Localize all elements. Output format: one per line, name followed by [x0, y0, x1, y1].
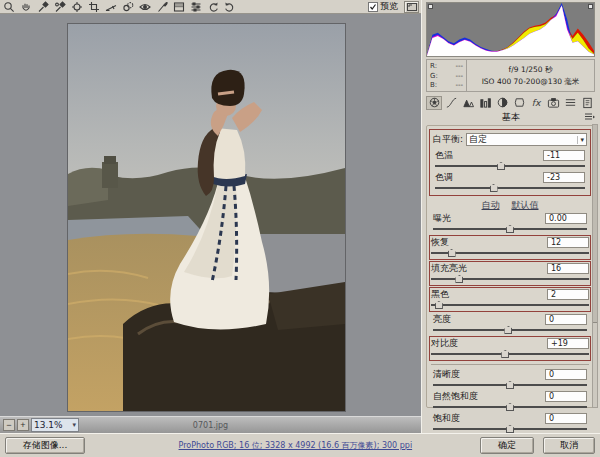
scrollbar-thumb[interactable] [593, 125, 597, 323]
snapshots-tab[interactable] [579, 96, 595, 110]
filename-label: 0701.jpg [193, 421, 228, 430]
contrast-thumb[interactable] [501, 350, 509, 358]
exposure-slider: 曝光0.00 [431, 212, 589, 234]
hsl-grayscale-tab[interactable] [477, 96, 493, 110]
chevron-down-icon: ▾ [577, 136, 584, 144]
preview-toggle[interactable]: 预览 [368, 0, 398, 13]
photo-preview[interactable] [68, 24, 345, 411]
clarity-value-field[interactable]: 0 [545, 369, 587, 380]
targeted-adjustment-tool[interactable] [70, 1, 84, 13]
saturation-thumb[interactable] [506, 425, 514, 433]
temperature-slider: 色温-11 [433, 149, 587, 171]
preferences-tool[interactable] [189, 1, 203, 13]
presets-tab[interactable] [562, 96, 578, 110]
rgb-row: B:--- [430, 81, 463, 89]
recovery-value-field[interactable]: 12 [547, 237, 589, 248]
fullscreen-icon [407, 3, 417, 11]
tint-value-field[interactable]: -23 [543, 172, 585, 183]
fill-light-value-field[interactable]: 16 [547, 263, 589, 274]
photo-image [68, 24, 345, 411]
red-eye-tool[interactable] [138, 1, 152, 13]
panel-scrollbar[interactable] [592, 124, 598, 408]
zoom-out-button[interactable]: − [3, 419, 15, 431]
toggle-fullscreen-button[interactable] [404, 1, 419, 13]
tint-thumb[interactable] [490, 184, 498, 192]
ok-button[interactable]: 确定 [480, 437, 534, 454]
detail-tab[interactable] [460, 96, 476, 110]
white-balance-select[interactable]: 自定 ▾ [466, 133, 587, 146]
vibrance-label: 自然饱和度 [433, 390, 478, 403]
vibrance-value-field[interactable]: 0 [545, 391, 587, 402]
hand-tool[interactable] [19, 1, 33, 13]
save-image-button[interactable]: 存储图像... [5, 437, 85, 454]
workflow-options-link[interactable]: ProPhoto RGB; 16 位; 3328 x 4992 (16.6 百万… [179, 440, 413, 451]
zoom-in-button[interactable]: + [17, 419, 29, 431]
exif-info: R:---G:---B:--- f/9 1/250 秒 ISO 400 70-2… [426, 59, 595, 92]
contrast-track[interactable] [431, 350, 589, 359]
temperature-value-field[interactable]: -11 [543, 150, 585, 161]
blacks-thumb[interactable] [435, 301, 443, 309]
recovery-track[interactable] [431, 249, 589, 258]
lens-corrections-tab[interactable] [511, 96, 527, 110]
default-link[interactable]: 默认值 [512, 199, 539, 212]
temperature-track[interactable] [435, 162, 585, 171]
fill-light-thumb[interactable] [455, 275, 463, 283]
footer-bar: 存储图像... ProPhoto RGB; 16 位; 3328 x 4992 … [0, 433, 600, 457]
brightness-track[interactable] [433, 326, 587, 335]
image-canvas[interactable]: − + 13.1% ▾ 0701.jpg [0, 14, 421, 433]
divider [431, 364, 589, 365]
iso-lens-label: ISO 400 70-200@130 毫米 [482, 77, 580, 87]
camera-raw-dialog: 预览 [0, 0, 600, 457]
clarity-track[interactable] [433, 381, 587, 390]
split-toning-tab[interactable] [494, 96, 510, 110]
exposure-thumb[interactable] [506, 225, 514, 233]
recovery-label: 恢复 [431, 236, 449, 249]
saturation-value-field[interactable]: 0 [545, 413, 587, 424]
tone-curve-tab[interactable] [443, 96, 459, 110]
rotate-right-tool[interactable] [223, 1, 237, 13]
auto-link[interactable]: 自动 [482, 199, 500, 212]
temperature-thumb[interactable] [497, 162, 505, 170]
clarity-thumb[interactable] [506, 381, 514, 389]
effects-tab[interactable]: fx [528, 96, 544, 110]
straighten-tool[interactable] [104, 1, 118, 13]
brightness-value-field[interactable]: 0 [545, 314, 587, 325]
preview-checkbox[interactable] [368, 2, 378, 12]
panel-menu-icon[interactable] [584, 112, 595, 123]
rotate-left-tool[interactable] [206, 1, 220, 13]
spot-removal-tool[interactable] [121, 1, 135, 13]
zoom-tool[interactable] [2, 1, 16, 13]
fill-light-track[interactable] [431, 275, 589, 284]
panel-header: 基本 [426, 111, 596, 124]
contrast-slider: 对比度+19 [429, 336, 591, 361]
cancel-button[interactable]: 取消 [543, 437, 595, 454]
white-balance-tool[interactable] [36, 1, 50, 13]
brightness-thumb[interactable] [504, 326, 512, 334]
basic-tab[interactable] [426, 96, 442, 110]
saturation-slider: 饱和度0 [431, 412, 589, 434]
zoom-level-select[interactable]: 13.1% ▾ [31, 418, 79, 432]
camera-calibration-tab[interactable] [545, 96, 561, 110]
exposure-value-field[interactable]: 0.00 [545, 213, 587, 224]
rgb-row: G:--- [430, 72, 463, 80]
recovery-thumb[interactable] [448, 249, 456, 257]
crop-tool[interactable] [87, 1, 101, 13]
blacks-label: 黑色 [431, 288, 449, 301]
shadow-clipping-indicator[interactable] [428, 4, 433, 9]
brightness-label: 亮度 [433, 313, 451, 326]
color-sampler-tool[interactable] [53, 1, 67, 13]
vibrance-thumb[interactable] [506, 403, 514, 411]
contrast-value-field[interactable]: +19 [547, 338, 589, 349]
tint-track[interactable] [435, 184, 585, 193]
graduated-filter-tool[interactable] [172, 1, 186, 13]
white-balance-value: 自定 [469, 133, 487, 146]
highlight-clipping-indicator[interactable] [588, 4, 593, 9]
clarity-label: 清晰度 [433, 368, 460, 381]
blacks-value-field[interactable]: 2 [547, 289, 589, 300]
exposure-track[interactable] [433, 225, 587, 234]
vibrance-track[interactable] [433, 403, 587, 412]
preview-label: 预览 [380, 0, 398, 13]
adjustment-brush-tool[interactable] [155, 1, 169, 13]
capture-settings: f/9 1/250 秒 ISO 400 70-200@130 毫米 [467, 60, 594, 91]
blacks-track[interactable] [431, 301, 589, 310]
